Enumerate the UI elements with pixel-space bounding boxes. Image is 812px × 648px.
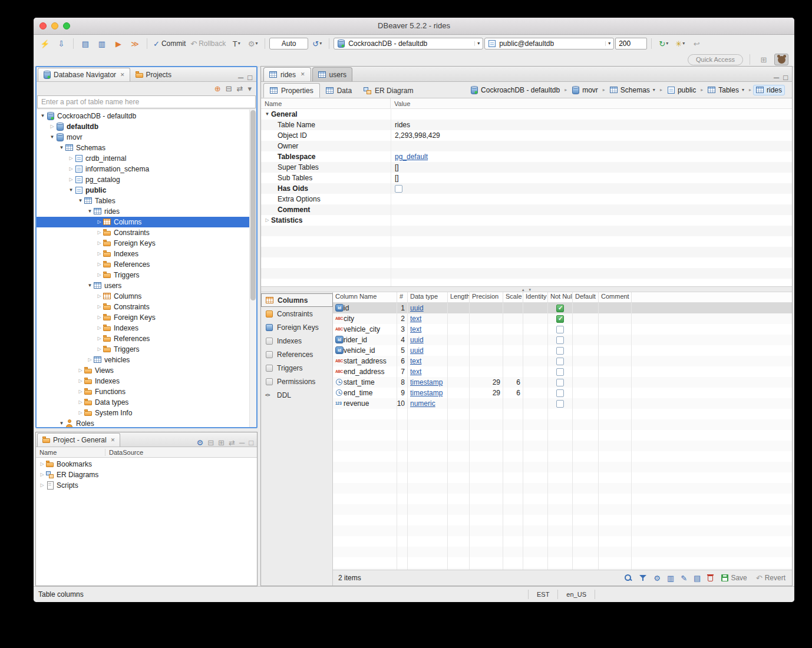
sash-up-icon[interactable]: ▴ (522, 287, 524, 292)
tree-expander-icon[interactable]: ▷ (95, 230, 103, 235)
detail-tab-triggers[interactable]: Triggers (261, 361, 332, 375)
tree-expander-icon[interactable]: ▷ (95, 252, 103, 256)
column-header-data-type[interactable]: Data type (408, 292, 448, 302)
open-sql-script-button[interactable]: ▥ (94, 37, 110, 50)
column-type-link[interactable]: text (410, 315, 421, 323)
column-row-vehicle-id[interactable]: vehicle_id5uuid (333, 345, 792, 356)
subtab-data[interactable]: Data (320, 83, 358, 98)
fetch-size-input[interactable] (615, 38, 647, 49)
column-row-end-address[interactable]: end_address7text (333, 366, 792, 377)
tree-expander-icon[interactable]: ▷ (95, 305, 103, 309)
group-expander-icon[interactable]: ▷ (263, 218, 271, 223)
transaction-mode-button[interactable]: T▾ (229, 37, 244, 50)
column-header-[interactable]: # (397, 292, 408, 302)
tree-expander-icon[interactable]: ▷ (95, 336, 103, 341)
group-expander-icon[interactable]: ▼ (263, 112, 271, 117)
splitter[interactable]: ▴ ▾ (261, 287, 792, 292)
column-header-length[interactable]: Length (448, 292, 470, 302)
detail-tab-ddl[interactable]: DDL (261, 388, 332, 402)
detail-tab-foreign-keys[interactable]: Foreign Keys (261, 320, 332, 334)
property-row-object-id[interactable]: Object ID2,293,998,429 (261, 130, 792, 141)
minimize-view-icon[interactable]: ─ (239, 439, 245, 447)
tree-item-system-info[interactable]: ▷System Info (37, 408, 256, 418)
tree-expander-icon[interactable]: ▷ (77, 411, 84, 415)
property-row-sub-tables[interactable]: Sub Tables[] (261, 173, 792, 183)
link-with-editor-icon[interactable]: ⇄ (237, 85, 243, 92)
tree-expander-icon[interactable]: ▷ (67, 156, 75, 161)
property-row-extra-options[interactable]: Extra Options (261, 194, 792, 204)
sash-down-icon[interactable]: ▾ (529, 287, 532, 292)
column-type-link[interactable]: timestamp (410, 378, 443, 386)
tree-item-cockroachdb-defaultdb[interactable]: ▼CockroachDB - defaultdb (37, 111, 256, 121)
column-header-precision[interactable]: Precision (470, 292, 503, 302)
column-header-not-null[interactable]: Not Null (548, 292, 573, 302)
properties-name-header[interactable]: Name (261, 98, 391, 108)
settings-icon[interactable]: ⚙ (653, 574, 661, 582)
commit-button[interactable]: ✓Commit (151, 37, 187, 50)
save-button[interactable]: Save (720, 574, 748, 582)
notnull-checkbox[interactable] (556, 368, 564, 376)
breadcrumb-movr[interactable]: movr (569, 85, 601, 95)
notnull-checkbox[interactable] (556, 358, 564, 365)
column-header-comment[interactable]: Comment (599, 292, 632, 302)
notnull-checkbox[interactable] (556, 389, 564, 397)
tree-expander-icon[interactable]: ▼ (58, 421, 65, 426)
column-row-start-time[interactable]: start_time8timestamp296 (333, 377, 792, 388)
tree-item-data-types[interactable]: ▷Data types (37, 397, 256, 408)
tree-item-movr[interactable]: ▼movr (37, 132, 256, 143)
new-connection-button[interactable]: ⚡ (37, 37, 52, 50)
open-perspective-button[interactable]: ⊞ (757, 54, 771, 65)
project-settings-icon[interactable]: ⚙ (197, 439, 204, 447)
notnull-checkbox[interactable] (556, 400, 564, 408)
scrollbar-thumb[interactable] (250, 110, 256, 300)
column-type-link[interactable]: text (410, 357, 421, 365)
tree-expander-icon[interactable]: ▷ (77, 389, 84, 394)
notnull-checkbox[interactable] (556, 379, 564, 386)
new-sql-editor-button[interactable]: ▤ (78, 37, 93, 50)
execute-statement-button[interactable]: ▶ (111, 37, 126, 50)
tree-expander-icon[interactable]: ▷ (95, 241, 103, 246)
tree-item-indexes[interactable]: ▷Indexes (37, 249, 256, 259)
properties-value-header[interactable]: Value (391, 100, 792, 107)
titlebar[interactable]: DBeaver 5.2.2 - rides (34, 18, 794, 35)
maximize-view-icon[interactable]: □ (249, 439, 253, 447)
property-row-tablespace[interactable]: Tablespacepg_default (261, 151, 792, 162)
project-item-bookmarks[interactable]: ▷Bookmarks (36, 459, 257, 470)
quick-access-button[interactable]: Quick Access (688, 54, 743, 65)
tree-item-information-schema[interactable]: ▷information_schema (37, 164, 256, 174)
tree-item-roles[interactable]: ▼Roles (37, 418, 256, 427)
tree-item-schemas[interactable]: ▼Schemas (37, 143, 256, 153)
connect-icon[interactable]: ⊕ (214, 85, 221, 92)
tree-item-defaultdb[interactable]: ▷defaultdb (37, 121, 256, 132)
expand-all-icon[interactable]: ⊞ (218, 439, 225, 447)
tree-expander-icon[interactable]: ▷ (95, 273, 103, 277)
column-type-link[interactable]: uuid (410, 346, 424, 355)
tree-expander-icon[interactable]: ▼ (67, 188, 75, 193)
tree-expander-icon[interactable]: ▷ (67, 177, 75, 182)
collapse-all-icon[interactable]: ⊟ (226, 85, 232, 92)
refresh-button[interactable]: ↻▾ (656, 37, 671, 50)
tree-item-users[interactable]: ▼users (37, 280, 256, 291)
tree-item-indexes[interactable]: ▷Indexes (37, 376, 256, 386)
detail-tab-references[interactable]: References (261, 348, 332, 361)
dropdown-icon[interactable]: ▾ (605, 41, 610, 46)
tree-expander-icon[interactable]: ▼ (39, 114, 47, 118)
tree-item-references[interactable]: ▷References (37, 333, 256, 344)
minimize-editor-icon[interactable]: ─ (774, 74, 779, 81)
export-icon[interactable]: ▤ (694, 574, 701, 582)
tree-expander-icon[interactable]: ▷ (38, 483, 46, 488)
tree-item-triggers[interactable]: ▷Triggers (37, 344, 256, 355)
tree-expander-icon[interactable]: ▷ (48, 124, 56, 129)
tree-item-indexes[interactable]: ▷Indexes (37, 323, 256, 333)
navigator-scrollbar[interactable] (249, 110, 256, 427)
has-oids-checkbox[interactable] (395, 185, 402, 193)
notnull-checkbox[interactable] (556, 305, 564, 312)
dropdown-icon[interactable]: ▾ (474, 41, 480, 46)
property-row-super-tables[interactable]: Super Tables[] (261, 162, 792, 173)
tree-item-vehicles[interactable]: ▷vehicles (37, 355, 256, 365)
revert-button[interactable]: ↶ Revert (755, 574, 787, 582)
property-row-statistics[interactable]: ▷Statistics (261, 215, 792, 226)
collapse-all-icon[interactable]: ⊟ (207, 439, 214, 447)
tree-expander-icon[interactable]: ▷ (95, 315, 103, 320)
property-value-link[interactable]: pg_default (395, 153, 428, 161)
